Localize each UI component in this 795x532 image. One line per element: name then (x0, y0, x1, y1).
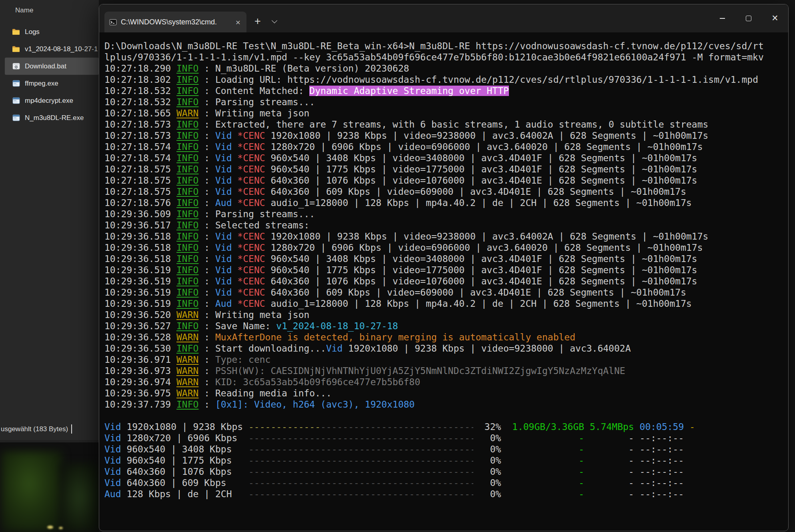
explorer-item-ffmpeg-exe[interactable]: ffmpeg.exe (5, 75, 99, 92)
log-line: 10:29:36.974 WARN : KID: 3c65a53ab54b09f… (104, 376, 769, 388)
folder-icon (12, 45, 20, 53)
new-tab-button[interactable]: + (254, 16, 261, 27)
progress-bar: ----------------------------------------… (248, 466, 473, 477)
log-level: WARN (176, 310, 198, 320)
progress-label: Vid 960x540 | 3408 Kbps (104, 444, 248, 455)
log-message: Vid (215, 254, 237, 264)
explorer-item-mp4decrypt-exe[interactable]: mp4decrypt.exe (5, 92, 99, 109)
explorer-item-n-m3u8dl-re-exe[interactable]: N_m3u8DL-RE.exe (5, 109, 99, 126)
log-message: Save Name: (215, 321, 276, 331)
log-level: INFO (176, 153, 198, 163)
window-controls: × (709, 4, 788, 32)
selection-status: usgewählt (183 Bytes) (1, 425, 68, 433)
progress-size: - (501, 488, 584, 500)
minimize-icon (720, 18, 725, 19)
log-message: Vid (215, 186, 237, 197)
log-line: 10:27:18.290 INFO : N_m3u8DL-RE (Beta ve… (104, 63, 769, 74)
progress-area: Vid 1920x1080 | 9238 Kbps---------------… (104, 421, 769, 500)
log-level: INFO (176, 86, 198, 96)
progress-eta: --:--:-- (634, 432, 684, 444)
explorer-item-download-bat[interactable]: Download.bat (5, 58, 99, 75)
log-message: 640x360 | 1076 Kbps | video=1076000 | av… (270, 276, 697, 286)
log-level: INFO (176, 119, 198, 130)
progress-eta: --:--:-- (634, 444, 684, 455)
tab-cmd[interactable]: C:\WINDOWS\system32\cmd. × (104, 12, 246, 32)
column-header-name[interactable]: Name (15, 6, 33, 14)
progress-speed: - (584, 477, 634, 488)
log-message: *CENC (237, 231, 270, 242)
log-level: INFO (176, 198, 198, 208)
log-line: 10:29:36.517 INFO : Selected streams: (104, 220, 769, 231)
stream-label: 1280x720 | 6906 Kbps (121, 433, 238, 443)
progress-label: Vid 960x540 | 1775 Kbps (104, 455, 248, 466)
text-cursor (71, 424, 72, 434)
file-explorer-panel: Name Logsv1_2024-08-18_10-27-1Download.b… (0, 0, 99, 440)
log-line: 10:29:36.975 WARN : Reading media info..… (104, 388, 769, 399)
stream-type: Vid (104, 433, 121, 443)
log-level: INFO (176, 287, 198, 298)
log-line: 10:29:36.518 INFO : Vid *CENC 960x540 | … (104, 253, 769, 264)
log-timestamp: 10:29:36.520 (104, 310, 176, 320)
log-level: INFO (176, 209, 198, 219)
maximize-button[interactable] (735, 4, 762, 32)
log-separator: : (198, 97, 215, 107)
log-message: 960x540 | 1775 Kbps | video=1775000 | av… (270, 265, 697, 275)
log-message: Selected streams: (215, 220, 309, 230)
log-level: INFO (176, 265, 198, 275)
progress-eta: --:--:-- (634, 455, 684, 466)
log-message: 640x360 | 609 Kbps | video=609000 | avc3… (270, 186, 686, 197)
progress-speed: - (584, 455, 634, 466)
tab-close-icon[interactable]: × (234, 18, 242, 26)
stream-type: Vid (104, 422, 121, 432)
log-timestamp: 10:29:36.518 (104, 254, 176, 264)
maximize-icon (746, 16, 751, 21)
progress-speed: - (584, 444, 634, 455)
log-message: audio_1=128000 | 128 Kbps | mp4a.40.2 | … (270, 298, 691, 309)
log-line: 10:29:36.519 INFO : Vid *CENC 640x360 | … (104, 276, 769, 287)
progress-row: Vid 1280x720 | 6906 Kbps----------------… (104, 432, 769, 444)
log-message: *CENC (237, 130, 270, 141)
log-separator: : (198, 321, 215, 331)
progress-speed: - (584, 466, 634, 477)
log-separator: : (198, 242, 215, 253)
tab-dropdown-button[interactable] (270, 18, 278, 26)
file-name: N_m3u8DL-RE.exe (25, 114, 84, 122)
bat-file-icon (12, 62, 20, 70)
log-line: 10:29:36.518 INFO : Vid *CENC 1280x720 |… (104, 242, 769, 253)
progress-row: Vid 960x540 | 3408 Kbps-----------------… (104, 444, 769, 455)
progress-row: Aud 128 Kbps | de | 2CH-----------------… (104, 488, 769, 500)
close-button[interactable]: × (762, 4, 788, 32)
log-level: WARN (176, 377, 198, 387)
progress-size: 1.09GB/3.36GB (501, 421, 584, 432)
log-separator: : (198, 332, 215, 342)
stream-type: Vid (104, 444, 121, 454)
log-level: INFO (176, 186, 198, 197)
progress-bar: ----------------------------------------… (248, 421, 473, 432)
log-message: *CENC (237, 287, 270, 298)
log-message: 640x360 | 1076 Kbps | video=1076000 | av… (270, 175, 697, 186)
explorer-item-v1-2024-08-18-10-27-1[interactable]: v1_2024-08-18_10-27-1 (5, 40, 99, 58)
log-message: Content Matched: (215, 86, 309, 96)
log-message: Vid (215, 231, 237, 242)
log-level: INFO (176, 63, 198, 74)
log-message: Writing meta json (215, 108, 309, 118)
log-timestamp: 10:29:36.518 (104, 231, 176, 242)
log-message: Vid (215, 265, 237, 275)
explorer-item-logs[interactable]: Logs (5, 23, 99, 40)
log-level: WARN (176, 388, 198, 398)
minimize-button[interactable] (709, 4, 735, 32)
log-separator: : (198, 265, 215, 275)
log-timestamp: 10:27:18.575 (104, 186, 176, 197)
progress-label: Vid 640x360 | 1076 Kbps (104, 466, 248, 477)
log-level: INFO (176, 343, 198, 354)
log-message: *CENC (237, 153, 270, 163)
log-level: INFO (176, 231, 198, 242)
stream-label: 128 Kbps | de | 2CH (121, 489, 232, 499)
folder-icon (12, 28, 20, 36)
log-timestamp: 10:29:36.519 (104, 265, 176, 275)
terminal-viewport[interactable]: D:\Downloads\N_m3u8DL-RE Test\N_m3u8DL-R… (99, 32, 788, 500)
log-timestamp: 10:27:18.290 (104, 63, 176, 74)
stream-type: Vid (104, 478, 121, 488)
log-level: INFO (176, 254, 198, 264)
stream-type: Vid (104, 466, 121, 477)
